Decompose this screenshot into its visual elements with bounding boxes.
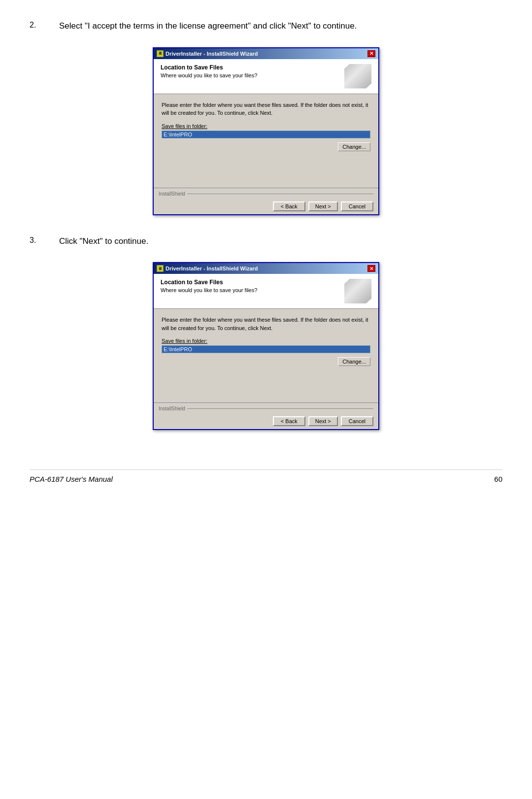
titlebar-left-2: 🖥 DriverInstaller - InstallShield Wizard bbox=[157, 265, 258, 272]
step-3-text: Click "Next" to continue. bbox=[59, 235, 148, 248]
logo-shape bbox=[344, 64, 371, 89]
dialog-1-next-button[interactable]: Next > bbox=[308, 201, 338, 211]
wizard-dialog-2: 🖥 DriverInstaller - InstallShield Wizard… bbox=[153, 262, 379, 430]
dialog-1-title: DriverInstaller - InstallShield Wizard bbox=[166, 51, 258, 57]
titlebar-left: 🖥 DriverInstaller - InstallShield Wizard bbox=[157, 50, 258, 57]
footer-title: PCA-6187 User's Manual bbox=[30, 475, 113, 483]
dialog-1-buttons: < Back Next > Cancel bbox=[159, 201, 373, 211]
dialog-2-buttons: < Back Next > Cancel bbox=[159, 416, 373, 426]
step-3-block: 3. Click "Next" to continue. bbox=[30, 235, 502, 248]
dialog-1-header-text: Location to Save Files Where would you l… bbox=[161, 64, 344, 78]
dialog-2-cancel-button[interactable]: Cancel bbox=[341, 416, 373, 426]
dialog-2-footer-line bbox=[187, 408, 373, 409]
dialog-2-change-button[interactable]: Change... bbox=[338, 357, 370, 366]
dialog-1-folder-input[interactable] bbox=[162, 131, 370, 138]
dialog-2-folder-input[interactable] bbox=[162, 345, 370, 353]
dialog-2-spacer bbox=[162, 366, 370, 396]
dialog-2-save-label: Save files in folder: bbox=[162, 338, 370, 344]
step-2-text: Select "I accept the terms in the licens… bbox=[59, 20, 357, 33]
dialog-1-cancel-button[interactable]: Cancel bbox=[341, 201, 373, 211]
dialog-2-title: DriverInstaller - InstallShield Wizard bbox=[166, 266, 258, 271]
dialog-2-footer: InstallShield < Back Next > Cancel bbox=[154, 402, 378, 429]
dialog-2-next-button[interactable]: Next > bbox=[308, 416, 338, 426]
dialog-1-spacer bbox=[162, 151, 370, 181]
dialog-1-body-text: Please enter the folder where you want t… bbox=[162, 101, 370, 117]
dialog-2-body-text: Please enter the folder where you want t… bbox=[162, 316, 370, 332]
step-2-number: 2. bbox=[30, 20, 59, 33]
dialog-2-container: 🖥 DriverInstaller - InstallShield Wizard… bbox=[30, 262, 502, 430]
dialog-2-header: Location to Save Files Where would you l… bbox=[154, 274, 378, 309]
dialog-2-installshield-label: InstallShield bbox=[159, 406, 185, 411]
dialog-2-titlebar: 🖥 DriverInstaller - InstallShield Wizard… bbox=[154, 263, 378, 274]
dialog-1-footer: InstallShield < Back Next > Cancel bbox=[154, 188, 378, 214]
dialog-1-titlebar: 🖥 DriverInstaller - InstallShield Wizard… bbox=[154, 48, 378, 59]
dialog-2-back-button[interactable]: < Back bbox=[273, 416, 305, 426]
page-footer: PCA-6187 User's Manual 60 bbox=[30, 469, 502, 483]
dialog-2-header-subtitle: Where would you like to save your files? bbox=[161, 287, 344, 293]
dialog-2-close-button[interactable]: ✕ bbox=[367, 265, 375, 272]
step-3-number: 3. bbox=[30, 235, 59, 248]
dialog-2-body: Please enter the folder where you want t… bbox=[154, 309, 378, 402]
logo-shape-2 bbox=[344, 279, 371, 303]
dialog-2-header-title: Location to Save Files bbox=[161, 279, 344, 286]
dialog-1-logo bbox=[344, 64, 371, 89]
dialog-1-save-label: Save files in folder: bbox=[162, 123, 370, 129]
dialog-2-header-text: Location to Save Files Where would you l… bbox=[161, 279, 344, 293]
dialog-1-header: Location to Save Files Where would you l… bbox=[154, 59, 378, 94]
dialog-1-app-icon: 🖥 bbox=[157, 50, 164, 57]
dialog-1-header-subtitle: Where would you like to save your files? bbox=[161, 72, 344, 78]
step-2-block: 2. Select "I accept the terms in the lic… bbox=[30, 20, 502, 33]
footer-page-number: 60 bbox=[494, 475, 502, 483]
dialog-1-body: Please enter the folder where you want t… bbox=[154, 94, 378, 188]
dialog-1-footer-line bbox=[187, 194, 373, 194]
dialog-1-close-button[interactable]: ✕ bbox=[367, 50, 375, 57]
dialog-2-app-icon: 🖥 bbox=[157, 265, 164, 272]
dialog-1-header-title: Location to Save Files bbox=[161, 64, 344, 71]
dialog-2-logo bbox=[344, 279, 371, 303]
dialog-1-change-button[interactable]: Change... bbox=[338, 142, 370, 151]
dialog-1-back-button[interactable]: < Back bbox=[273, 201, 305, 211]
dialog-1-installshield-label: InstallShield bbox=[159, 191, 185, 197]
dialog-1-container: 🖥 DriverInstaller - InstallShield Wizard… bbox=[30, 47, 502, 215]
wizard-dialog-1: 🖥 DriverInstaller - InstallShield Wizard… bbox=[153, 47, 379, 215]
